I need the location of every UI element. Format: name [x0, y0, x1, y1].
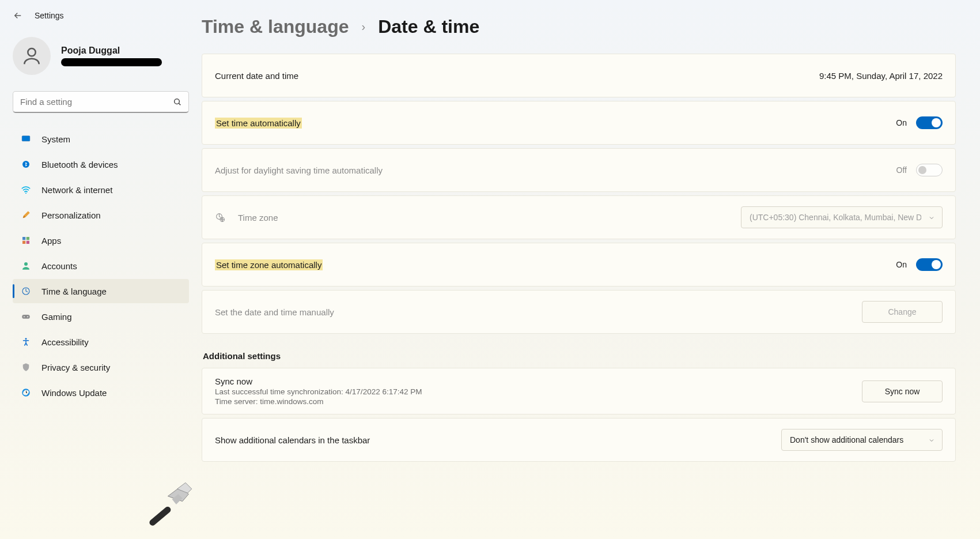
sidebar-item-network[interactable]: Network & internet	[13, 178, 189, 202]
sidebar: Settings Pooja Duggal System	[0, 0, 202, 539]
sidebar-item-label: Privacy & security	[41, 363, 110, 372]
sidebar-item-label: Accessibility	[41, 337, 89, 347]
svg-rect-6	[22, 237, 25, 240]
sidebar-item-apps[interactable]: Apps	[13, 228, 189, 252]
sidebar-item-label: Network & internet	[41, 185, 112, 195]
svg-point-1	[175, 99, 180, 104]
profile-name: Pooja Duggal	[61, 46, 162, 56]
sidebar-item-label: Gaming	[41, 312, 72, 322]
accessibility-icon	[21, 337, 31, 347]
change-button: Change	[862, 301, 943, 323]
timezone-label: Time zone	[238, 213, 278, 223]
sync-last: Last successful time synchronization: 4/…	[215, 387, 422, 396]
sidebar-item-time-language[interactable]: Time & language	[13, 279, 189, 303]
set-time-auto-state: On	[896, 118, 907, 127]
additional-calendars-value: Don't show additional calendars	[790, 435, 903, 444]
search-icon	[173, 97, 182, 107]
svg-point-15	[25, 338, 27, 340]
sidebar-item-label: System	[41, 134, 70, 144]
display-icon	[21, 134, 31, 144]
additional-calendars-select[interactable]: Don't show additional calendars	[781, 429, 943, 451]
sidebar-item-label: Personalization	[41, 210, 101, 220]
sidebar-item-bluetooth[interactable]: Bluetooth & devices	[13, 152, 189, 176]
chevron-down-icon	[928, 214, 935, 221]
set-time-auto-label: Set time automatically	[215, 118, 302, 129]
breadcrumb-current: Date & time	[378, 16, 479, 37]
sidebar-item-label: Apps	[41, 236, 61, 246]
nav-list: System Bluetooth & devices Network & int…	[13, 127, 189, 405]
svg-point-13	[24, 316, 25, 317]
svg-rect-8	[22, 241, 25, 244]
app-title: Settings	[35, 11, 64, 20]
additional-calendars-label: Show additional calendars in the taskbar	[215, 435, 370, 445]
profile-email-redacted	[61, 58, 162, 66]
additional-settings-title: Additional settings	[203, 351, 956, 361]
svg-rect-12	[22, 315, 30, 319]
set-tz-auto-state: On	[896, 260, 907, 269]
back-button[interactable]	[13, 10, 23, 21]
sidebar-item-label: Bluetooth & devices	[41, 160, 118, 169]
clock-globe-icon	[21, 286, 31, 296]
svg-rect-9	[27, 241, 29, 244]
set-time-auto-toggle[interactable]	[916, 116, 943, 129]
person-icon	[21, 261, 31, 271]
gamepad-icon	[21, 311, 31, 322]
current-datetime-label: Current date and time	[215, 71, 298, 81]
svg-point-4	[22, 161, 29, 168]
card-set-time-auto: Set time automatically On	[202, 101, 956, 145]
shield-icon	[21, 362, 31, 372]
card-additional-calendars: Show additional calendars in the taskbar…	[202, 418, 956, 462]
sidebar-item-accessibility[interactable]: Accessibility	[13, 330, 189, 354]
wifi-icon	[21, 184, 31, 195]
sidebar-item-privacy[interactable]: Privacy & security	[13, 355, 189, 379]
sidebar-item-system[interactable]: System	[13, 127, 189, 151]
card-dst-auto: Adjust for daylight saving time automati…	[202, 148, 956, 192]
current-datetime-value: 9:45 PM, Sunday, April 17, 2022	[819, 71, 943, 81]
update-icon	[21, 387, 31, 398]
card-sync-now: Sync now Last successful time synchroniz…	[202, 368, 956, 414]
sync-now-title: Sync now	[215, 376, 422, 386]
avatar	[13, 37, 51, 75]
set-tz-auto-toggle[interactable]	[916, 258, 943, 271]
bluetooth-icon	[21, 159, 31, 169]
card-timezone: Time zone (UTC+05:30) Chennai, Kolkata, …	[202, 195, 956, 239]
sidebar-item-accounts[interactable]: Accounts	[13, 254, 189, 278]
card-manual-datetime: Set the date and time manually Change	[202, 290, 956, 334]
svg-point-14	[27, 316, 28, 317]
dst-auto-toggle	[916, 164, 943, 176]
sidebar-item-label: Accounts	[41, 261, 77, 271]
dst-auto-state: Off	[896, 165, 907, 175]
chevron-right-icon: ›	[361, 20, 365, 33]
timezone-value: (UTC+05:30) Chennai, Kolkata, Mumbai, Ne…	[750, 213, 921, 222]
search-input[interactable]	[13, 91, 189, 113]
sync-server: Time server: time.windows.com	[215, 397, 422, 406]
sidebar-item-personalization[interactable]: Personalization	[13, 203, 189, 227]
sidebar-item-windows-update[interactable]: Windows Update	[13, 380, 189, 405]
card-current-datetime: Current date and time 9:45 PM, Sunday, A…	[202, 54, 956, 97]
manual-datetime-label: Set the date and time manually	[215, 307, 334, 317]
dst-auto-label: Adjust for daylight saving time automati…	[215, 165, 383, 175]
chevron-down-icon	[928, 436, 935, 443]
svg-point-0	[28, 48, 35, 56]
main-content: Time & language › Date & time Current da…	[202, 0, 980, 539]
card-set-tz-auto: Set time zone automatically On	[202, 243, 956, 287]
sidebar-item-gaming[interactable]: Gaming	[13, 304, 189, 329]
sync-now-button[interactable]: Sync now	[862, 380, 943, 402]
sidebar-item-label: Windows Update	[41, 388, 107, 398]
svg-point-10	[24, 262, 28, 266]
apps-icon	[21, 235, 31, 246]
breadcrumb-parent[interactable]: Time & language	[202, 16, 349, 37]
globe-clock-icon	[215, 212, 225, 223]
svg-rect-2	[22, 136, 30, 141]
breadcrumb: Time & language › Date & time	[202, 16, 956, 37]
sidebar-item-label: Time & language	[41, 287, 107, 296]
timezone-select: (UTC+05:30) Chennai, Kolkata, Mumbai, Ne…	[741, 206, 943, 228]
paintbrush-icon	[21, 210, 31, 220]
set-tz-auto-label: Set time zone automatically	[215, 259, 323, 270]
svg-point-5	[25, 193, 27, 194]
profile[interactable]: Pooja Duggal	[13, 37, 189, 75]
svg-rect-7	[27, 237, 29, 240]
